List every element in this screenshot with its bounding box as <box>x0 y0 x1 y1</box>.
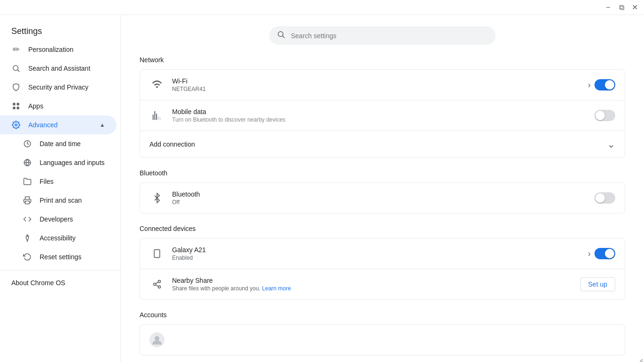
svg-point-11 <box>278 32 283 37</box>
bluetooth-text: Bluetooth Off <box>172 190 587 206</box>
bluetooth-row[interactable]: Bluetooth Off <box>140 183 625 213</box>
personalization-icon: ✏ <box>11 45 21 54</box>
sidebar-item-advanced[interactable]: Advanced ▲ <box>0 115 116 134</box>
mobile-subtitle: Turn on Bluetooth to discover nearby dev… <box>172 116 587 123</box>
add-connection-row[interactable]: Add connection ⌄ <box>140 131 625 157</box>
network-section: Network ⊿ Wi-Fi NETGEAR41 › <box>140 56 625 158</box>
svg-point-6 <box>15 124 17 126</box>
sidebar-subitem-label: Languages and inputs <box>40 159 105 166</box>
sidebar-subitem-files[interactable]: Files <box>0 172 116 191</box>
nearby-subtitle: Share files with people around you. Lear… <box>172 285 573 292</box>
connected-devices-card: Galaxy A21 Enabled › <box>140 238 625 300</box>
wifi-row[interactable]: ⊿ Wi-Fi NETGEAR41 › <box>140 70 625 100</box>
toggle-thumb <box>605 80 614 90</box>
sidebar-item-personalization[interactable]: ✏ Personalization <box>0 40 116 59</box>
accounts-card <box>140 324 625 355</box>
sidebar-item-apps[interactable]: Apps <box>0 97 116 115</box>
svg-line-19 <box>156 285 158 286</box>
globe-icon <box>23 158 32 167</box>
learn-more-link[interactable]: Learn more <box>262 285 291 292</box>
bluetooth-subtitle: Off <box>172 199 587 206</box>
mobile-toggle[interactable] <box>594 110 615 121</box>
galaxy-row[interactable]: Galaxy A21 Enabled › <box>140 239 625 269</box>
sidebar-subitem-languages[interactable]: Languages and inputs <box>0 153 116 172</box>
nearby-share-icon <box>149 277 165 292</box>
bluetooth-heading: Bluetooth <box>140 169 625 177</box>
search-icon <box>11 64 21 73</box>
sidebar-subitem-label: Date and time <box>40 140 81 148</box>
bluetooth-toggle[interactable] <box>594 192 615 204</box>
sidebar-subitem-date[interactable]: Date and time <box>0 134 116 153</box>
sidebar-subitem-label: Print and scan <box>40 197 82 204</box>
reset-icon <box>23 252 32 262</box>
svg-rect-3 <box>17 103 19 105</box>
wifi-subtitle: NETGEAR41 <box>172 86 580 92</box>
svg-rect-9 <box>25 201 30 204</box>
accounts-heading: Accounts <box>140 311 625 319</box>
sidebar-subitem-reset[interactable]: Reset settings <box>0 247 116 266</box>
bluetooth-action <box>594 192 615 204</box>
about-label: About Chrome OS <box>11 279 105 287</box>
toggle-thumb <box>595 111 605 120</box>
apps-icon <box>11 101 21 111</box>
shield-icon <box>11 82 21 92</box>
mobile-data-icon <box>149 108 165 123</box>
setup-button[interactable]: Set up <box>580 277 615 291</box>
sidebar-item-label: Security and Privacy <box>28 83 105 91</box>
sidebar-item-search[interactable]: Search and Assistant <box>0 59 116 78</box>
svg-point-22 <box>155 336 159 341</box>
galaxy-text: Galaxy A21 Enabled <box>172 246 580 261</box>
sidebar-subitem-developers[interactable]: Developers <box>0 210 116 229</box>
connected-devices-section: Connected devices Galaxy A21 Enabled › <box>140 225 625 300</box>
wifi-toggle[interactable] <box>594 79 615 90</box>
sidebar-subitem-accessibility[interactable]: Accessibility <box>0 229 116 247</box>
minimize-button[interactable]: − <box>603 2 614 13</box>
galaxy-subtitle: Enabled <box>172 255 580 261</box>
galaxy-toggle[interactable] <box>594 248 615 259</box>
svg-line-1 <box>17 70 19 72</box>
search-input[interactable] <box>291 32 488 40</box>
sidebar-subitem-label: Reset settings <box>40 253 82 261</box>
bluetooth-card: Bluetooth Off <box>140 182 625 214</box>
sidebar-item-label: Apps <box>28 102 105 110</box>
account-row[interactable] <box>140 325 625 355</box>
sidebar-item-about[interactable]: About Chrome OS <box>0 274 116 291</box>
toggle-thumb <box>595 193 605 203</box>
search-bar <box>269 26 495 45</box>
chevron-right-icon: › <box>588 249 591 259</box>
close-button[interactable]: ✕ <box>629 2 640 13</box>
svg-line-20 <box>156 282 158 283</box>
bluetooth-section: Bluetooth Bluetooth Off <box>140 169 625 214</box>
wifi-icon: ⊿ <box>149 77 165 92</box>
sidebar-item-label: Advanced <box>28 121 92 129</box>
mobile-data-row[interactable]: Mobile data Turn on Bluetooth to discove… <box>140 100 625 131</box>
svg-point-0 <box>13 66 18 71</box>
network-card: ⊿ Wi-Fi NETGEAR41 › <box>140 69 625 158</box>
account-icon <box>149 332 165 347</box>
phone-icon <box>149 246 165 261</box>
svg-rect-2 <box>13 103 15 105</box>
sidebar-item-label: Search and Assistant <box>28 65 105 72</box>
folder-icon <box>23 177 32 186</box>
nearby-title: Nearby Share <box>172 277 573 284</box>
search-icon <box>277 30 285 41</box>
printer-icon <box>23 196 32 205</box>
accounts-section: Accounts <box>140 311 625 355</box>
restore-button[interactable]: ⧉ <box>616 2 627 13</box>
nearby-share-row: Nearby Share Share files with people aro… <box>140 269 625 299</box>
code-icon <box>23 214 32 224</box>
wifi-text: Wi-Fi NETGEAR41 <box>172 77 580 92</box>
galaxy-action: › <box>588 248 615 259</box>
sidebar-subitem-label: Accessibility <box>40 234 75 242</box>
svg-point-16 <box>158 280 161 283</box>
sidebar-item-security[interactable]: Security and Privacy <box>0 78 116 97</box>
svg-point-18 <box>158 286 161 288</box>
chevron-down-icon: ⌄ <box>607 139 615 150</box>
mobile-action <box>594 110 615 121</box>
sidebar-subitem-label: Developers <box>40 215 73 223</box>
sidebar-subitem-print[interactable]: Print and scan <box>0 191 116 210</box>
nearby-action: Set up <box>580 277 615 291</box>
wifi-title: Wi-Fi <box>172 77 580 85</box>
content-area: Network ⊿ Wi-Fi NETGEAR41 › <box>121 15 644 362</box>
app-container: Settings ✏ Personalization Search and As… <box>0 15 644 362</box>
